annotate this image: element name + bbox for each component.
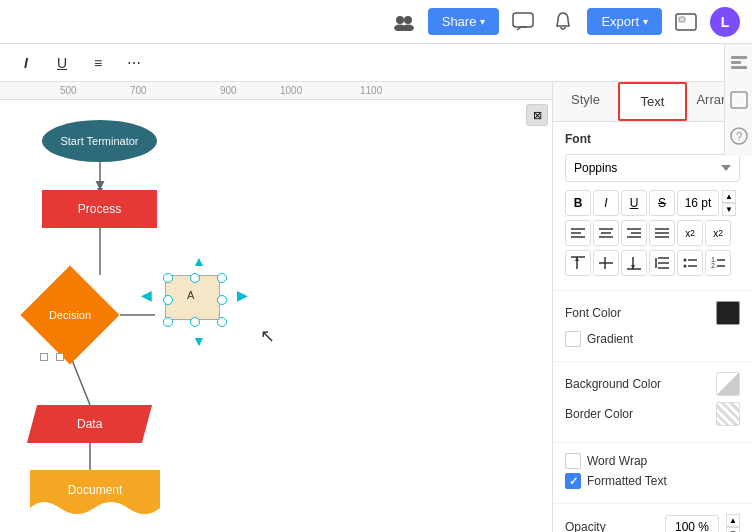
word-wrap-row: Word Wrap — [565, 453, 740, 469]
strikethrough-button[interactable]: S — [649, 190, 675, 216]
italic-button[interactable]: I — [12, 49, 40, 77]
underline-label: U — [57, 55, 67, 71]
valign-top-button[interactable] — [565, 250, 591, 276]
team-icon[interactable] — [388, 6, 420, 38]
border-color-swatch[interactable] — [716, 402, 740, 426]
bg-color-swatch[interactable] — [716, 372, 740, 396]
shape-letter: A — [187, 289, 194, 301]
avatar[interactable]: L — [710, 7, 740, 37]
canvas-area[interactable]: 500 700 900 1000 1100 — [0, 82, 552, 532]
handle-br[interactable] — [217, 317, 227, 327]
size-up-button[interactable]: ▲ — [722, 190, 736, 203]
gradient-row: Gradient — [565, 331, 740, 347]
svg-rect-47 — [731, 56, 747, 59]
opacity-label: Opacity — [565, 520, 659, 532]
underline-format-button[interactable]: U — [621, 190, 647, 216]
opacity-down-button[interactable]: ▼ — [726, 527, 740, 532]
handle-ml[interactable] — [163, 295, 173, 305]
format-row-2: x2 x2 — [565, 220, 740, 246]
word-wrap-checkbox[interactable] — [565, 453, 581, 469]
line-spacing-button[interactable] — [649, 250, 675, 276]
valign-middle-button[interactable] — [593, 250, 619, 276]
bg-color-section: Background Color Border Color — [553, 362, 752, 443]
data-label: Data — [77, 417, 102, 431]
italic-label: I — [24, 55, 28, 71]
start-terminator-shape[interactable]: Start Terminator — [42, 120, 157, 162]
cursor-icon: ↖ — [260, 325, 275, 347]
ruler-mark: 1100 — [360, 85, 382, 96]
svg-rect-4 — [513, 13, 533, 27]
handle-tr[interactable] — [217, 273, 227, 283]
handle-bc[interactable] — [190, 317, 200, 327]
chat-icon[interactable] — [507, 6, 539, 38]
opacity-row: Opacity ▲ ▼ — [565, 514, 740, 532]
more-label: ⋯ — [127, 55, 141, 71]
bold-button[interactable]: B — [565, 190, 591, 216]
formatted-text-row: ✓ Formatted Text — [565, 473, 740, 489]
decision-shape[interactable]: Decision — [20, 275, 120, 355]
main-layout: 500 700 900 1000 1100 — [0, 82, 752, 532]
word-wrap-label: Word Wrap — [587, 454, 647, 468]
connector-circle2 — [56, 353, 64, 361]
italic-format-button[interactable]: I — [593, 190, 619, 216]
process-shape[interactable]: Process — [42, 190, 157, 228]
embed-icon[interactable] — [670, 6, 702, 38]
selected-shape[interactable]: ▲ ▶ ▼ ◀ A — [155, 265, 230, 330]
font-section: Font Poppins Arial Helvetica Times New R… — [553, 122, 752, 291]
tab-text[interactable]: Text — [618, 82, 687, 121]
border-color-label: Border Color — [565, 407, 708, 421]
align-justify-button[interactable] — [649, 220, 675, 246]
font-color-section: Font Color Gradient — [553, 291, 752, 362]
data-shape[interactable]: Data — [27, 405, 152, 443]
svg-point-1 — [404, 16, 412, 24]
align-button[interactable]: ≡ — [84, 49, 112, 77]
font-size-input[interactable] — [677, 190, 719, 216]
formatted-text-checkbox[interactable]: ✓ — [565, 473, 581, 489]
tab-style-label: Style — [571, 92, 600, 107]
svg-rect-49 — [731, 66, 747, 69]
align-center-button[interactable] — [593, 220, 619, 246]
opacity-up-button[interactable]: ▲ — [726, 514, 740, 527]
notification-icon[interactable] — [547, 6, 579, 38]
document-shape[interactable]: Document — [30, 470, 160, 522]
opacity-input[interactable] — [665, 515, 719, 532]
handle-tc[interactable] — [190, 273, 200, 283]
size-down-button[interactable]: ▼ — [722, 203, 736, 216]
canvas-content[interactable]: Start Terminator Process Decision Data D — [0, 100, 552, 532]
opacity-spinners: ▲ ▼ — [726, 514, 740, 532]
edge-help-icon[interactable]: ? — [727, 124, 751, 148]
handle-bl[interactable] — [163, 317, 173, 327]
opacity-section: Opacity ▲ ▼ — [553, 504, 752, 532]
underline-button[interactable]: U — [48, 49, 76, 77]
font-color-swatch[interactable] — [716, 301, 740, 325]
more-button[interactable]: ⋯ — [120, 49, 148, 77]
collapse-button[interactable]: ⊠ — [526, 104, 548, 126]
export-button[interactable]: Export ▾ — [587, 8, 662, 35]
subscript-button[interactable]: x2 — [677, 220, 703, 246]
border-color-row: Border Color — [565, 402, 740, 426]
edge-format-icon[interactable] — [727, 52, 751, 76]
share-button[interactable]: Share ▾ — [428, 8, 500, 35]
arrow-right-handle[interactable]: ▶ — [237, 287, 248, 303]
tab-style[interactable]: Style — [553, 82, 618, 121]
align-right-button[interactable] — [621, 220, 647, 246]
arrow-down-handle[interactable]: ▼ — [192, 333, 206, 349]
font-select[interactable]: Poppins Arial Helvetica Times New Roman — [565, 154, 740, 182]
handle-mr[interactable] — [217, 295, 227, 305]
svg-text:2.: 2. — [711, 262, 717, 269]
share-chevron: ▾ — [480, 16, 485, 27]
bold-label: B — [574, 196, 583, 210]
list-unordered-button[interactable] — [677, 250, 703, 276]
toolbar: I U ≡ ⋯ — [0, 44, 752, 82]
svg-rect-50 — [731, 92, 747, 108]
handle-tl[interactable] — [163, 273, 173, 283]
edge-shape-icon[interactable] — [727, 88, 751, 112]
valign-bottom-button[interactable] — [621, 250, 647, 276]
superscript-button[interactable]: x2 — [705, 220, 731, 246]
list-ordered-button[interactable]: 1.2. — [705, 250, 731, 276]
arrow-up-handle[interactable]: ▲ — [192, 253, 206, 269]
right-edge-panel: ? — [724, 44, 752, 156]
align-left-button[interactable] — [565, 220, 591, 246]
export-chevron: ▾ — [643, 16, 648, 27]
arrow-left-handle[interactable]: ◀ — [141, 287, 152, 303]
